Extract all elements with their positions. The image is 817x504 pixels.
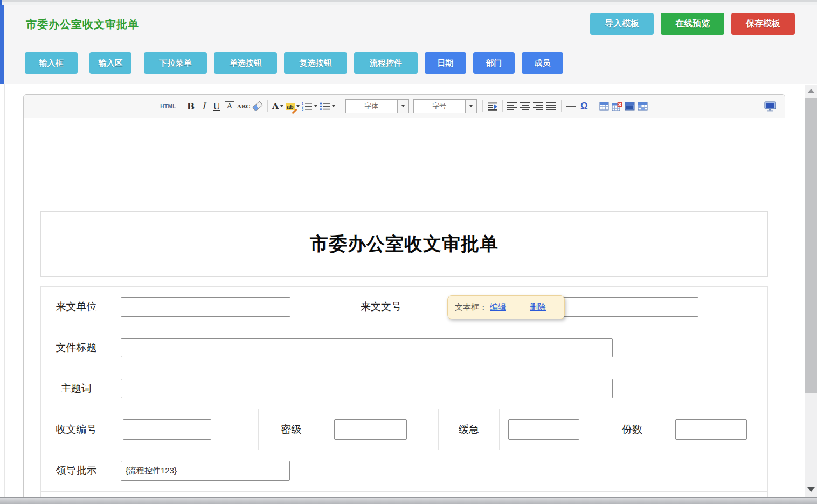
file-title-input[interactable]	[121, 338, 613, 357]
delete-widget-link[interactable]: 删除	[530, 302, 546, 313]
add-date-button[interactable]: 日期	[425, 52, 466, 74]
field-label-secrecy-level: 密级	[259, 409, 324, 450]
italic-icon[interactable]: I	[197, 99, 210, 113]
vertical-scrollbar[interactable]	[805, 85, 817, 497]
delete-table-icon[interactable]	[611, 99, 624, 113]
table-row: 来文单位 来文文号	[41, 287, 767, 327]
insert-table-icon[interactable]	[598, 99, 611, 113]
field-label-receipt-number: 收文编号	[41, 409, 112, 450]
scroll-up-arrow-icon[interactable]	[807, 89, 815, 93]
copies-input[interactable]	[675, 419, 747, 440]
page-title: 市委办公室收文审批单	[26, 17, 139, 32]
chevron-down-icon[interactable]	[397, 100, 408, 113]
approval-form-table: 来文单位 来文文号 文件标题 主题词	[40, 286, 768, 504]
tooltip-label: 文本框：	[455, 302, 487, 313]
incoming-unit-input[interactable]	[121, 297, 290, 317]
leader-instructions-flow-control-input[interactable]	[121, 461, 290, 481]
table-row: 主题词	[41, 368, 767, 409]
receipt-number-input[interactable]	[123, 419, 211, 440]
form-builder-header: 市委办公室收文审批单 导入模板 在线预览 保存模板 输入框 输入区 下拉菜单 单…	[4, 5, 817, 84]
html-source-icon[interactable]: HTML	[159, 99, 177, 113]
fullscreen-monitor-icon[interactable]	[763, 99, 777, 113]
scrollbar-thumb[interactable]	[805, 98, 817, 393]
special-character-icon[interactable]: Ω	[578, 99, 591, 113]
rich-text-editor: HTML B I U A ABC A ab 123 字体 字号	[23, 94, 785, 504]
add-flow-control-button[interactable]: 流程控件	[354, 52, 418, 74]
cell-properties-icon[interactable]	[636, 99, 649, 113]
align-center-icon[interactable]	[519, 99, 532, 113]
font-color-icon[interactable]: A	[271, 99, 285, 113]
top-chrome-accent	[0, 0, 2, 5]
unordered-list-icon[interactable]	[319, 99, 336, 113]
field-label-document-number: 来文文号	[324, 287, 438, 327]
add-dropdown-button[interactable]: 下拉菜单	[144, 52, 207, 74]
horizontal-rule-icon[interactable]	[565, 99, 578, 113]
field-label-incoming-unit: 来文单位	[41, 287, 112, 327]
urgency-input[interactable]	[508, 419, 579, 440]
chevron-down-icon[interactable]	[465, 100, 476, 113]
ordered-list-icon[interactable]: 123	[301, 99, 319, 113]
highlight-color-icon[interactable]: ab	[285, 99, 301, 113]
widget-buttons: 输入框 输入区 下拉菜单 单选按钮 复选按钮 流程控件 日期 部门 成员	[25, 52, 563, 74]
document-title: 市委办公室收文审批单	[310, 232, 498, 257]
add-input-box-button[interactable]: 输入框	[25, 52, 78, 74]
font-family-select[interactable]: 字体	[345, 99, 409, 113]
add-radio-button[interactable]: 单选按钮	[214, 52, 277, 74]
left-sidebar-strip	[0, 5, 4, 84]
align-left-icon[interactable]	[506, 99, 519, 113]
edit-widget-link[interactable]: 编辑	[490, 302, 506, 313]
align-right-icon[interactable]	[532, 99, 545, 113]
strikethrough-icon[interactable]: ABC	[236, 99, 251, 113]
table-row: 收文编号 密级 缓急 份数	[41, 409, 767, 450]
bold-icon[interactable]: B	[184, 99, 197, 113]
align-justify-icon[interactable]	[545, 99, 558, 113]
import-template-button[interactable]: 导入模板	[590, 13, 654, 35]
field-label-copies: 份数	[601, 409, 663, 450]
indent-icon[interactable]	[486, 99, 499, 113]
underline-icon[interactable]: U	[210, 99, 223, 113]
table-properties-icon[interactable]	[624, 99, 636, 113]
header-divider	[15, 38, 802, 38]
editor-toolbar: HTML B I U A ABC A ab 123 字体 字号	[24, 95, 785, 118]
add-textarea-button[interactable]: 输入区	[89, 52, 131, 74]
table-row: 文件标题	[41, 327, 767, 368]
font-frame-icon[interactable]: A	[225, 101, 234, 111]
remove-format-eraser-icon[interactable]	[251, 99, 264, 113]
font-size-select[interactable]: 字号	[413, 99, 477, 113]
save-template-button[interactable]: 保存模板	[731, 13, 795, 35]
keywords-input[interactable]	[121, 379, 613, 398]
widget-action-tooltip: 文本框： 编辑 删除	[447, 295, 565, 319]
svg-text:3: 3	[302, 108, 303, 111]
online-preview-button[interactable]: 在线预览	[661, 13, 724, 35]
add-checkbox-button[interactable]: 复选按钮	[284, 52, 347, 74]
field-label-urgency: 缓急	[439, 409, 500, 450]
add-department-button[interactable]: 部门	[473, 52, 515, 74]
secrecy-level-input[interactable]	[334, 419, 407, 440]
scroll-down-arrow-icon[interactable]	[807, 487, 815, 492]
field-label-file-title: 文件标题	[41, 327, 112, 368]
add-member-button[interactable]: 成员	[522, 52, 563, 74]
field-label-keywords: 主题词	[41, 368, 112, 409]
field-label-leader-instructions: 领导批示	[41, 450, 112, 491]
window-top-chrome	[0, 0, 817, 5]
content-left-border	[4, 84, 5, 497]
editor-canvas[interactable]: 市委办公室收文审批单 来文单位 来文文号 文件标题	[24, 118, 785, 504]
template-actions: 导入模板 在线预览 保存模板	[590, 13, 795, 35]
bottom-window-edge	[0, 497, 817, 504]
table-row: 领导批示	[41, 450, 767, 492]
document-title-box[interactable]: 市委办公室收文审批单	[40, 211, 768, 277]
